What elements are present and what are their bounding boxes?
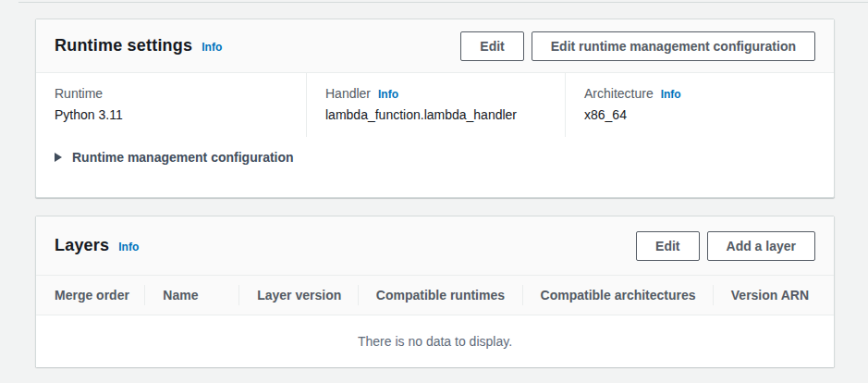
architecture-label-text: Architecture — [584, 86, 654, 101]
handler-field-label: Handler Info — [325, 86, 546, 101]
layers-header: Layers Info Edit Add a layer — [36, 216, 834, 276]
layers-actions: Edit Add a layer — [636, 231, 815, 261]
column-header-compatible-runtimes: Compatible runtimes — [358, 276, 522, 315]
handler-field: Handler Info lambda_function.lambda_hand… — [306, 73, 565, 137]
runtime-management-configuration-expander[interactable]: Runtime management configuration — [36, 142, 834, 179]
runtime-field-label: Runtime — [55, 86, 287, 101]
runtime-field: Runtime Python 3.11 — [36, 73, 306, 137]
runtime-fields-row: Runtime Python 3.11 Handler Info lambda_… — [36, 73, 834, 142]
edit-runtime-management-configuration-button[interactable]: Edit runtime management configuration — [532, 31, 815, 61]
runtime-settings-title-wrap: Runtime settings Info — [55, 36, 222, 56]
runtime-settings-info-link[interactable]: Info — [202, 41, 222, 54]
layers-title-wrap: Layers Info — [55, 236, 139, 255]
layers-title: Layers — [55, 236, 109, 255]
layers-empty-message: There is no data to display. — [358, 334, 512, 349]
handler-info-link[interactable]: Info — [378, 88, 398, 101]
runtime-management-configuration-expander-label: Runtime management configuration — [72, 150, 294, 165]
column-header-version-arn: Version ARN — [713, 276, 834, 315]
runtime-settings-card: Runtime settings Info Edit Edit runtime … — [35, 19, 835, 198]
runtime-settings-actions: Edit Edit runtime management configurati… — [460, 31, 815, 61]
column-header-merge-order: Merge order — [36, 276, 144, 315]
runtime-settings-header: Runtime settings Info Edit Edit runtime … — [36, 19, 834, 73]
caret-right-icon — [55, 153, 62, 162]
column-header-name: Name — [144, 276, 238, 315]
edit-layers-button[interactable]: Edit — [636, 231, 699, 261]
architecture-field: Architecture Info x86_64 — [565, 73, 834, 137]
architecture-field-value: x86_64 — [584, 107, 815, 122]
architecture-field-label: Architecture Info — [584, 86, 815, 101]
layers-empty-state: There is no data to display. — [36, 315, 834, 367]
runtime-field-value: Python 3.11 — [55, 107, 287, 122]
runtime-label-text: Runtime — [55, 86, 103, 101]
layers-table: Merge order Name Layer version Compatibl… — [36, 276, 834, 315]
top-divider — [18, 2, 868, 3]
column-header-layer-version: Layer version — [238, 276, 358, 315]
layers-info-link[interactable]: Info — [118, 241, 139, 253]
add-a-layer-button[interactable]: Add a layer — [707, 231, 815, 261]
handler-label-text: Handler — [325, 86, 371, 101]
column-header-compatible-architectures: Compatible architectures — [522, 276, 713, 315]
edit-runtime-settings-button[interactable]: Edit — [460, 31, 523, 61]
runtime-settings-title: Runtime settings — [55, 36, 192, 56]
handler-field-value: lambda_function.lambda_handler — [325, 107, 546, 122]
layers-table-header-row: Merge order Name Layer version Compatibl… — [36, 276, 834, 315]
layers-card: Layers Info Edit Add a layer Merge order… — [35, 216, 835, 367]
architecture-info-link[interactable]: Info — [661, 88, 681, 101]
